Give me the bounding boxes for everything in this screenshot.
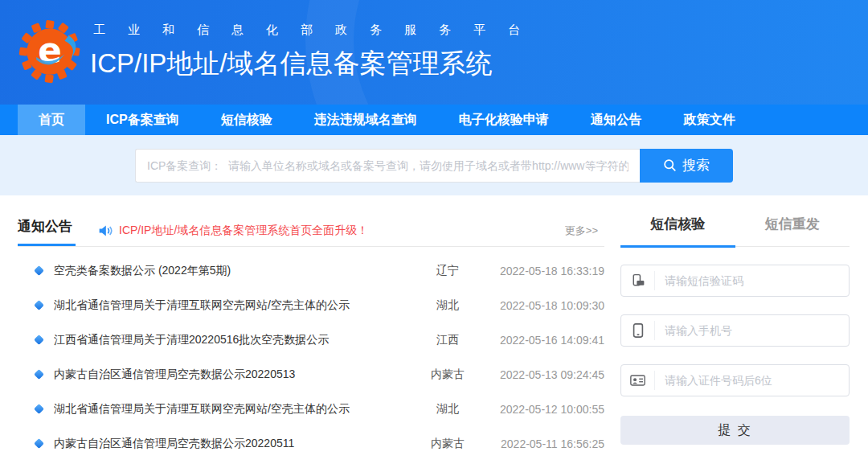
diamond-bullet-icon: [34, 438, 44, 449]
diamond-bullet-icon: [34, 335, 44, 345]
search-input[interactable]: [135, 149, 640, 183]
notice-list: 空壳类备案数据公示 (2022年第5期) 辽宁 2022-05-18 16:33…: [18, 247, 604, 461]
notice-province: 内蒙古: [411, 368, 484, 382]
speaker-icon: [98, 224, 113, 237]
notice-row: 江西省通信管理局关于清理20220516批次空壳数据公示 江西 2022-05-…: [18, 322, 604, 357]
notice-province: 江西: [411, 333, 484, 347]
notices-header: 通知公告 ICP/IP地址/域名信息备案管理系统首页全面升级！ 更多>>: [18, 215, 604, 247]
id-number-input[interactable]: [655, 374, 849, 387]
id-card-icon: [621, 371, 655, 390]
search-button-label: 搜索: [682, 156, 710, 175]
notice-province: 湖北: [411, 298, 484, 313]
diamond-bullet-icon: [34, 300, 44, 310]
sms-tabs: 短信核验 短信重发: [620, 215, 850, 247]
diamond-bullet-icon: [34, 404, 44, 414]
tab-sms-verify[interactable]: 短信核验: [620, 215, 735, 248]
id-number-field: [620, 364, 850, 396]
diamond-bullet-icon: [34, 369, 44, 380]
notice-date: 2022-05-13 09:24:45: [484, 368, 604, 381]
search-button[interactable]: 搜索: [640, 149, 733, 183]
phone-input[interactable]: [655, 324, 849, 337]
page-title: ICP/IP地址/域名信息备案管理系统: [90, 46, 542, 82]
sms-panel: 短信核验 短信重发: [620, 215, 850, 461]
phone-field: [620, 314, 850, 347]
nav-item-policy-files[interactable]: 政策文件: [663, 105, 756, 135]
notice-province: 辽宁: [411, 264, 484, 278]
notice-province: 湖北: [411, 402, 484, 417]
platform-name: 工业和信息化部政务服务平台: [93, 23, 542, 38]
notice-date: 2022-05-18 10:09:30: [484, 299, 604, 312]
more-link[interactable]: 更多>>: [565, 224, 604, 238]
nav-item-e-verification[interactable]: 电子化核验申请: [438, 105, 570, 135]
nav-item-notices[interactable]: 通知公告: [570, 105, 663, 135]
notice-title[interactable]: 湖北省通信管理局关于清理互联网空壳网站/空壳主体的公示: [54, 298, 411, 313]
main-content: 通知公告 ICP/IP地址/域名信息备案管理系统首页全面升级！ 更多>> 空壳类…: [0, 195, 868, 461]
sms-code-input[interactable]: [655, 274, 849, 287]
notice-row: 空壳类备案数据公示 (2022年第5期) 辽宁 2022-05-18 16:33…: [18, 253, 604, 288]
submit-button[interactable]: 提 交: [620, 416, 850, 445]
notice-title[interactable]: 空壳类备案数据公示 (2022年第5期): [54, 264, 411, 278]
site-header: e 工业和信息化部政务服务平台 ICP/IP地址/域名信息备案管理系统: [0, 0, 868, 105]
notice-date: 2022-05-12 10:00:55: [484, 403, 604, 416]
notice-title[interactable]: 内蒙古自治区通信管理局空壳数据公示20220511: [54, 437, 411, 451]
notice-province: 内蒙古: [411, 437, 484, 451]
notice-title[interactable]: 湖北省通信管理局关于清理互联网空壳网站/空壳主体的公示: [54, 402, 411, 417]
notice-ticker[interactable]: ICP/IP地址/域名信息备案管理系统首页全面升级！: [98, 224, 565, 238]
notice-date: 2022-05-11 16:56:25: [484, 437, 604, 450]
notice-row: 湖北省通信管理局关于清理互联网空壳网站/空壳主体的公示 湖北 2022-05-1…: [18, 392, 604, 426]
search-icon: [663, 158, 677, 172]
notice-date: 2022-05-16 14:09:41: [484, 334, 604, 347]
notice-row: 湖北省通信管理局关于清理互联网空壳网站/空壳主体的公示 湖北 2022-05-1…: [18, 288, 604, 322]
notice-row: 内蒙古自治区通信管理局空壳数据公示20220511 内蒙古 2022-05-11…: [18, 426, 604, 461]
notice-title[interactable]: 内蒙古自治区通信管理局空壳数据公示20220513: [54, 368, 411, 382]
ticker-text: ICP/IP地址/域名信息备案管理系统首页全面升级！: [119, 224, 368, 238]
nav-item-sms-verify[interactable]: 短信核验: [200, 105, 293, 135]
tab-sms-resend[interactable]: 短信重发: [735, 215, 850, 248]
sms-code-field: [620, 265, 850, 297]
search-box: 搜索: [135, 149, 733, 183]
nav-item-illegal-domain-query[interactable]: 违法违规域名查询: [293, 105, 438, 135]
sms-icon: [621, 271, 655, 290]
notice-row: 内蒙古自治区通信管理局空壳数据公示20220513 内蒙古 2022-05-13…: [18, 357, 604, 392]
nav-item-home[interactable]: 首页: [18, 105, 85, 135]
phone-icon: [621, 321, 655, 340]
main-nav: 首页 ICP备案查询 短信核验 违法违规域名查询 电子化核验申请 通知公告 政策…: [0, 105, 868, 135]
notices-panel: 通知公告 ICP/IP地址/域名信息备案管理系统首页全面升级！ 更多>> 空壳类…: [18, 215, 604, 461]
search-section: 搜索: [0, 135, 868, 195]
nav-item-icp-query[interactable]: ICP备案查询: [85, 105, 200, 135]
miit-logo-icon: e: [16, 14, 84, 90]
notice-date: 2022-05-18 16:33:19: [484, 265, 604, 277]
diamond-bullet-icon: [34, 265, 44, 276]
notices-section-title: 通知公告: [18, 217, 76, 246]
notice-title[interactable]: 江西省通信管理局关于清理20220516批次空壳数据公示: [54, 333, 411, 347]
